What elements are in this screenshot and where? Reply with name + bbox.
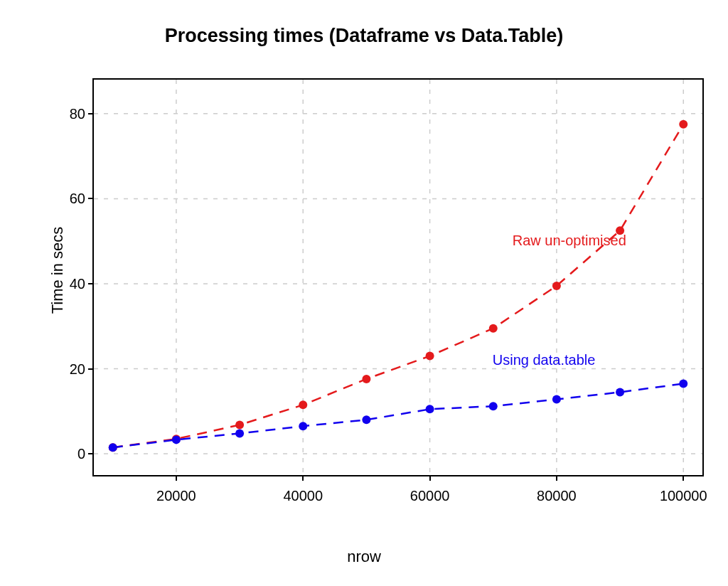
y-axis-label: Time in secs	[48, 227, 67, 314]
data-point	[299, 422, 307, 430]
y-tick-mark	[88, 368, 94, 370]
data-point	[109, 443, 117, 452]
grid	[94, 80, 702, 475]
data-point	[235, 429, 244, 437]
x-tick-label: 60000	[410, 488, 450, 504]
data-point	[552, 395, 561, 404]
y-tick-mark	[88, 453, 94, 454]
y-tick-label: 40	[50, 275, 85, 292]
data-point	[679, 120, 687, 129]
x-tick-label: 40000	[283, 488, 323, 504]
x-tick-label: 20000	[156, 488, 196, 504]
y-tick-mark	[88, 113, 94, 114]
data-point	[362, 375, 370, 383]
data-point	[679, 379, 687, 388]
y-tick-label: 80	[50, 105, 85, 122]
x-tick-mark	[682, 475, 684, 481]
x-tick-label: 100000	[660, 488, 707, 504]
x-tick-mark	[302, 475, 304, 481]
series-line	[113, 124, 684, 447]
x-tick-mark	[556, 475, 557, 481]
data-point	[552, 282, 561, 290]
series-annotation: Raw un-optimised	[513, 233, 626, 248]
y-tick-label: 60	[50, 191, 85, 207]
series-line	[113, 383, 684, 447]
x-axis-label: nrow	[0, 548, 728, 566]
data-point	[426, 405, 434, 413]
data-point	[616, 388, 624, 396]
x-tick-mark	[429, 475, 431, 481]
data-point	[489, 402, 498, 410]
data-point	[362, 415, 370, 424]
data-point	[426, 352, 434, 361]
plot-area: Raw un-optimisedUsing data.table 0204060…	[92, 78, 704, 476]
data-point	[235, 420, 244, 429]
y-tick-label: 0	[50, 446, 85, 462]
chart-container: Processing times (Dataframe vs Data.Tabl…	[0, 0, 728, 586]
y-tick-mark	[88, 198, 94, 199]
data-point	[172, 435, 181, 444]
data-point	[489, 324, 498, 333]
chart-title: Processing times (Dataframe vs Data.Tabl…	[0, 25, 728, 47]
chart-svg: Raw un-optimisedUsing data.table	[94, 80, 702, 475]
series-annotation: Using data.table	[493, 352, 596, 368]
y-tick-label: 20	[50, 361, 85, 377]
x-tick-mark	[176, 475, 177, 481]
x-tick-label: 80000	[537, 488, 577, 504]
y-tick-mark	[88, 283, 94, 284]
data-point	[299, 400, 307, 409]
